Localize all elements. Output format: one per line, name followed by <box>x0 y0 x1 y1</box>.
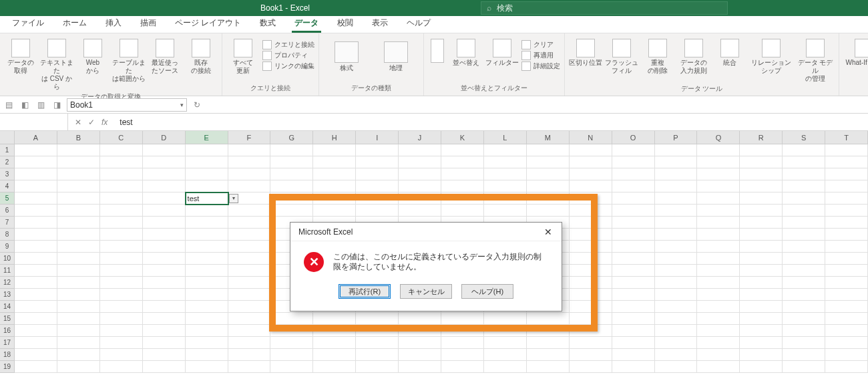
cell-J2[interactable] <box>399 156 441 168</box>
qat-btn-1[interactable]: ▤ <box>3 99 15 111</box>
cell-E5[interactable]: test▾ <box>186 192 228 205</box>
cell-F3[interactable] <box>228 168 271 180</box>
row-header-8[interactable]: 8 <box>0 229 15 241</box>
cell-C4[interactable] <box>100 180 143 192</box>
cell-R4[interactable] <box>740 180 783 192</box>
cell-C8[interactable] <box>100 229 143 241</box>
cell-R6[interactable] <box>740 205 783 217</box>
cell-N8[interactable] <box>570 229 612 241</box>
cell-A10[interactable] <box>15 253 57 265</box>
cell-J5[interactable] <box>399 192 441 205</box>
cell-P6[interactable] <box>655 205 698 217</box>
cell-R2[interactable] <box>740 156 783 168</box>
cell-T18[interactable] <box>825 349 868 361</box>
cell-P19[interactable] <box>655 361 698 373</box>
cell-F18[interactable] <box>228 349 271 361</box>
cell-A14[interactable] <box>15 301 57 313</box>
cell-C12[interactable] <box>100 277 143 289</box>
cell-I6[interactable] <box>356 205 399 217</box>
btn-clear-filter[interactable]: クリア <box>521 40 560 49</box>
cell-O2[interactable] <box>612 156 655 168</box>
cell-E17[interactable] <box>186 337 228 349</box>
tab-data[interactable]: データ <box>285 15 328 33</box>
cell-E4[interactable] <box>186 180 228 192</box>
cell-H4[interactable] <box>313 180 356 192</box>
cell-L1[interactable] <box>484 144 527 156</box>
btn-queries-connections[interactable]: クエリと接続 <box>262 40 314 49</box>
btn-consolidate[interactable]: 統合 <box>713 36 746 67</box>
cell-F4[interactable] <box>228 180 271 192</box>
cell-P8[interactable] <box>655 229 698 241</box>
cell-C1[interactable] <box>100 144 143 156</box>
cell-Q18[interactable] <box>697 349 740 361</box>
cell-M3[interactable] <box>527 168 570 180</box>
cell-R9[interactable] <box>740 241 783 253</box>
cell-H16[interactable] <box>313 325 356 337</box>
cell-Q4[interactable] <box>697 180 740 192</box>
cell-R12[interactable] <box>740 277 783 289</box>
cell-B8[interactable] <box>57 229 100 241</box>
cell-S1[interactable] <box>783 144 825 156</box>
cell-P7[interactable] <box>655 217 698 229</box>
cell-P9[interactable] <box>655 241 698 253</box>
cell-D17[interactable] <box>143 337 186 349</box>
cell-T16[interactable] <box>825 325 868 337</box>
cell-Q11[interactable] <box>697 265 740 277</box>
cell-M16[interactable] <box>527 325 570 337</box>
cell-R18[interactable] <box>740 349 783 361</box>
cell-C16[interactable] <box>100 325 143 337</box>
cell-D12[interactable] <box>143 277 186 289</box>
cell-A11[interactable] <box>15 265 57 277</box>
dialog-close-button[interactable]: ✕ <box>540 225 556 239</box>
cell-B11[interactable] <box>57 265 100 277</box>
cell-I15[interactable] <box>356 313 399 325</box>
column-header-R[interactable]: R <box>740 131 783 144</box>
cell-R16[interactable] <box>740 325 783 337</box>
cell-N13[interactable] <box>570 289 612 301</box>
btn-remove-duplicates[interactable]: 重複 の削除 <box>641 36 674 75</box>
cell-K18[interactable] <box>441 349 484 361</box>
cell-S7[interactable] <box>783 217 825 229</box>
btn-stocks[interactable]: 株式 <box>323 39 370 72</box>
cell-G17[interactable] <box>270 337 313 349</box>
row-header-2[interactable]: 2 <box>0 156 15 168</box>
cell-M5[interactable] <box>527 192 570 205</box>
tab-draw[interactable]: 描画 <box>131 15 166 33</box>
column-header-L[interactable]: L <box>484 131 527 144</box>
cell-T2[interactable] <box>825 156 868 168</box>
cell-E2[interactable] <box>186 156 228 168</box>
cell-G5[interactable] <box>270 192 313 205</box>
cell-Q17[interactable] <box>697 337 740 349</box>
cell-T11[interactable] <box>825 265 868 277</box>
cell-Q19[interactable] <box>697 361 740 373</box>
cell-I1[interactable] <box>356 144 399 156</box>
cell-P16[interactable] <box>655 325 698 337</box>
tab-home[interactable]: ホーム <box>53 15 96 33</box>
cell-T9[interactable] <box>825 241 868 253</box>
cell-D10[interactable] <box>143 253 186 265</box>
cell-P14[interactable] <box>655 301 698 313</box>
retry-button[interactable]: 再試行(R) <box>339 284 391 299</box>
cell-L3[interactable] <box>484 168 527 180</box>
cell-C13[interactable] <box>100 289 143 301</box>
cell-I17[interactable] <box>356 337 399 349</box>
cell-T17[interactable] <box>825 337 868 349</box>
cell-F16[interactable] <box>228 325 271 337</box>
cell-G3[interactable] <box>270 168 313 180</box>
cell-S3[interactable] <box>783 168 825 180</box>
cell-P2[interactable] <box>655 156 698 168</box>
cell-K17[interactable] <box>441 337 484 349</box>
cell-A15[interactable] <box>15 313 57 325</box>
cell-M18[interactable] <box>527 349 570 361</box>
cell-D3[interactable] <box>143 168 186 180</box>
cell-J17[interactable] <box>399 337 441 349</box>
cell-L16[interactable] <box>484 325 527 337</box>
cell-L5[interactable] <box>484 192 527 205</box>
cell-D16[interactable] <box>143 325 186 337</box>
cell-J15[interactable] <box>399 313 441 325</box>
cell-M1[interactable] <box>527 144 570 156</box>
qat-btn-5[interactable]: ↻ <box>191 99 203 111</box>
cell-Q14[interactable] <box>697 301 740 313</box>
column-header-K[interactable]: K <box>441 131 484 144</box>
cell-K16[interactable] <box>441 325 484 337</box>
